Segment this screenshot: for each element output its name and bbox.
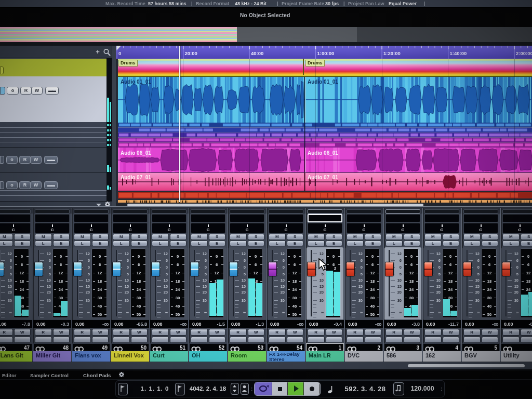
- svg-text:18: 18: [526, 279, 530, 284]
- svg-text:1:20:00: 1:20:00: [383, 50, 401, 56]
- svg-text:30: 30: [176, 296, 180, 300]
- svg-text:0: 0: [118, 50, 121, 56]
- svg-text:50: 50: [98, 312, 102, 317]
- svg-text:0: 0: [488, 254, 490, 259]
- svg-text:6: 6: [449, 262, 451, 267]
- svg-text:30: 30: [487, 296, 491, 300]
- svg-text:30: 30: [98, 296, 102, 300]
- svg-text:50: 50: [370, 312, 375, 317]
- svg-text:12: 12: [98, 271, 102, 275]
- svg-text:18: 18: [448, 279, 453, 284]
- svg-text:50: 50: [487, 312, 491, 317]
- svg-text:12: 12: [254, 271, 258, 275]
- svg-text:24: 24: [59, 287, 63, 292]
- svg-text:30: 30: [292, 296, 297, 300]
- svg-text:12: 12: [176, 271, 180, 275]
- svg-text:40:00: 40:00: [251, 50, 263, 56]
- svg-text:0: 0: [410, 254, 413, 259]
- svg-text:30: 30: [370, 296, 375, 300]
- svg-text:12: 12: [409, 271, 414, 275]
- svg-text:24: 24: [448, 287, 453, 292]
- svg-text:1:40:00: 1:40:00: [450, 50, 467, 56]
- svg-text:6: 6: [99, 262, 101, 267]
- svg-text:12: 12: [20, 271, 24, 275]
- svg-text:0: 0: [371, 254, 374, 259]
- svg-text:2:00:00: 2:00:00: [516, 50, 532, 56]
- svg-text:0: 0: [177, 254, 179, 259]
- svg-text:6: 6: [488, 262, 490, 267]
- svg-text:50: 50: [137, 312, 141, 317]
- svg-text:1:00:00: 1:00:00: [317, 50, 335, 56]
- svg-text:18: 18: [137, 279, 141, 284]
- svg-text:12: 12: [137, 271, 141, 275]
- svg-text:24: 24: [176, 287, 180, 292]
- svg-text:12: 12: [526, 271, 530, 275]
- svg-text:6: 6: [255, 262, 257, 267]
- svg-text:20:00: 20:00: [185, 50, 197, 56]
- svg-text:18: 18: [98, 279, 102, 284]
- svg-text:24: 24: [526, 287, 531, 292]
- svg-text:40: 40: [370, 304, 375, 309]
- svg-text:24: 24: [487, 287, 492, 292]
- svg-text:24: 24: [292, 287, 297, 292]
- svg-text:24: 24: [370, 287, 375, 292]
- svg-text:18: 18: [370, 279, 375, 284]
- svg-text:12: 12: [292, 271, 297, 275]
- svg-text:12: 12: [59, 271, 63, 275]
- svg-text:12: 12: [487, 271, 491, 275]
- svg-text:6: 6: [60, 262, 62, 267]
- svg-text:6: 6: [527, 262, 529, 267]
- svg-text:18: 18: [409, 279, 414, 284]
- svg-text:40: 40: [292, 304, 297, 309]
- svg-text:0: 0: [294, 254, 296, 259]
- svg-text:50: 50: [292, 312, 297, 317]
- svg-text:12: 12: [448, 271, 453, 275]
- svg-text:0: 0: [449, 254, 451, 259]
- svg-text:24: 24: [137, 287, 141, 292]
- svg-text:6: 6: [294, 262, 296, 267]
- svg-text:24: 24: [98, 287, 102, 292]
- svg-text:24: 24: [409, 287, 414, 292]
- svg-text:40: 40: [137, 304, 141, 309]
- svg-text:0: 0: [60, 254, 62, 259]
- svg-text:0: 0: [99, 254, 101, 259]
- svg-text:0: 0: [255, 254, 257, 259]
- svg-text:18: 18: [487, 279, 491, 284]
- svg-text:30: 30: [137, 296, 141, 300]
- svg-text:0: 0: [138, 254, 140, 259]
- svg-text:0: 0: [216, 254, 218, 259]
- svg-text:0: 0: [21, 254, 23, 259]
- svg-text:24: 24: [20, 287, 24, 292]
- svg-text:18: 18: [292, 279, 297, 284]
- svg-text:12: 12: [215, 271, 219, 275]
- svg-text:12: 12: [370, 271, 375, 275]
- svg-text:0: 0: [332, 254, 335, 259]
- svg-text:18: 18: [20, 279, 24, 284]
- svg-text:40: 40: [176, 304, 180, 309]
- svg-text:6: 6: [138, 262, 140, 267]
- svg-text:6: 6: [21, 262, 23, 267]
- svg-text:6: 6: [410, 262, 413, 267]
- svg-text:18: 18: [176, 279, 180, 284]
- svg-text:18: 18: [59, 279, 63, 284]
- svg-text:6: 6: [371, 262, 374, 267]
- svg-text:30: 30: [59, 296, 63, 300]
- svg-text:30: 30: [409, 296, 414, 300]
- svg-text:40: 40: [98, 304, 102, 309]
- svg-text:0: 0: [527, 254, 529, 259]
- svg-text:6: 6: [177, 262, 179, 267]
- svg-text:6: 6: [216, 262, 218, 267]
- svg-text:40: 40: [487, 304, 491, 309]
- svg-text:50: 50: [176, 312, 180, 317]
